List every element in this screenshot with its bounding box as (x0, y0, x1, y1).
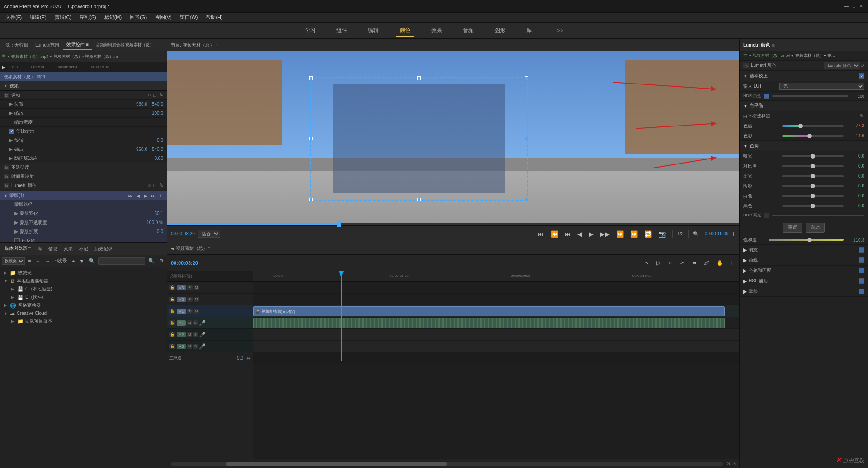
btn-loop[interactable]: 🔁 (642, 229, 654, 239)
menu-graphics[interactable]: 图形(G) (126, 13, 151, 22)
curves-checkbox[interactable] (859, 257, 864, 263)
mask-feather-value[interactable]: 50.1 (136, 211, 163, 216)
hsl-checkbox[interactable] (859, 278, 864, 284)
a3-mic[interactable]: 🎤 (199, 343, 206, 350)
nav-library[interactable]: 库 (523, 25, 535, 36)
tree-team-project[interactable]: ▶ 📁 团队项目版本 (0, 317, 167, 325)
lumetri-menu[interactable]: ≡ (772, 42, 774, 48)
timeline-timecode[interactable]: 00:00:03:20 (171, 260, 198, 266)
tool-select[interactable]: ↖ (643, 259, 651, 267)
v1-lock[interactable]: 🔒 (169, 309, 175, 314)
vignette-checkbox[interactable] (859, 289, 864, 294)
anchor-x[interactable]: 960.0 (136, 147, 147, 152)
preview-menu-icon[interactable]: ≡ (216, 42, 219, 47)
zoom-out[interactable]: S (727, 461, 730, 466)
motion-reset[interactable]: ○ (148, 92, 151, 98)
btn-next-edit[interactable]: ⏩ (628, 229, 640, 239)
curves-section[interactable]: ▶ 曲线 (740, 255, 868, 266)
a2-lock[interactable]: 🔒 (169, 332, 175, 337)
nav-edit[interactable]: 编辑 (364, 25, 382, 36)
reset-btn[interactable]: 重置 (783, 223, 802, 233)
hdr-slider[interactable] (772, 95, 848, 97)
effect-lumetri[interactable]: fx Lumetri 颜色 ○ □ ✎ (0, 181, 167, 190)
color-temp-slider[interactable] (782, 125, 844, 127)
media-tab-library[interactable]: 库 (35, 245, 45, 253)
tb-menu[interactable]: ≡ (27, 258, 32, 264)
color-tint-value[interactable]: -14.6 (846, 133, 864, 138)
tb-filter[interactable]: ▼ (78, 258, 86, 264)
media-tab-info[interactable]: 信息 (46, 245, 60, 253)
handle-bl[interactable] (309, 198, 313, 201)
highlights-slider[interactable] (782, 175, 844, 177)
nav-effects[interactable]: 效果 (428, 25, 446, 36)
blacks-slider[interactable] (782, 205, 844, 207)
tool-text[interactable]: T (729, 259, 736, 267)
btn-camera[interactable]: 📷 (656, 229, 668, 239)
menu-edit[interactable]: 编辑(E) (26, 13, 50, 22)
scale-value[interactable]: 100.0 (136, 111, 163, 116)
btn-play[interactable]: ▶ (587, 229, 595, 239)
menu-markers[interactable]: 标记(M) (101, 13, 126, 22)
lumetri-square[interactable]: □ (153, 183, 156, 188)
tb-search1[interactable]: 🔍 (87, 257, 96, 264)
lumetri-source-seq[interactable]: 视频素材（总）▾ 视… (795, 53, 835, 59)
master-value[interactable]: 0.0 (216, 356, 243, 360)
mask-prev[interactable]: ◀ (135, 193, 142, 198)
tab-audio-mixer[interactable]: 音频剪辑混合器:视频素材（总） (92, 41, 158, 49)
motion-options[interactable]: □ (153, 92, 156, 98)
zoom-in[interactable]: S (732, 461, 736, 466)
menu-view[interactable]: 视图(V) (151, 13, 175, 22)
menu-clip[interactable]: 剪辑(C) (51, 13, 75, 22)
preview-timecode[interactable]: 00:00:03:20 (171, 231, 195, 236)
tab-lumetri-scope[interactable]: Lumetri范围 (32, 41, 63, 49)
a1-lock[interactable]: 🔒 (169, 320, 175, 325)
close-btn[interactable]: ✕ (858, 3, 864, 9)
position-x[interactable]: 960.0 (136, 102, 147, 107)
nav-assembly[interactable]: 组件 (333, 25, 351, 36)
tb-ingest[interactable]: ⌂收录 (53, 257, 69, 265)
motion-pin[interactable]: ✎ (159, 92, 163, 98)
mask-expand[interactable]: ▼ (4, 193, 8, 198)
mask-expansion-value[interactable]: 0.0 (136, 229, 163, 234)
hdr-highlights-cb[interactable] (764, 213, 769, 218)
a1-mic[interactable]: 🎤 (199, 320, 206, 326)
tool-track-select[interactable]: ▷ (655, 259, 662, 267)
handle-rc[interactable] (525, 137, 528, 140)
source-clip[interactable]: ▾ 视频素材（总）.mp4 ▾ (8, 54, 52, 60)
creative-checkbox[interactable] (859, 247, 864, 253)
lumetri-pencil[interactable]: ✎ (159, 183, 163, 188)
rotation-expand[interactable]: ▶ (9, 137, 13, 143)
v2-lock[interactable]: 🔒 (169, 297, 175, 302)
a3-m[interactable]: M (187, 344, 192, 349)
mask-prev-end[interactable]: ⏮ (127, 193, 134, 198)
rotation-value[interactable]: 0.0 (136, 138, 163, 143)
v2-eye[interactable]: 👁 (187, 297, 193, 302)
saturation-handle[interactable] (807, 238, 812, 242)
a2-s[interactable]: S (193, 332, 198, 337)
anchor-expand[interactable]: ▶ (9, 146, 13, 152)
tb-add[interactable]: + (71, 258, 76, 264)
minimize-btn[interactable]: — (844, 3, 850, 9)
auto-btn[interactable]: 自动 (806, 223, 825, 233)
tool-ripple[interactable]: ↔ (666, 259, 675, 267)
a2-mic[interactable]: 🎤 (199, 332, 206, 338)
v3-eye[interactable]: 👁 (187, 285, 193, 290)
exposure-slider[interactable] (782, 155, 844, 157)
position-expand[interactable]: ▶ (9, 101, 13, 107)
hdr-highlights-slider[interactable] (772, 215, 864, 216)
color-temp-handle[interactable] (798, 124, 803, 128)
tree-drive-c[interactable]: ▶ 💾 C: (本地磁盘) (0, 285, 167, 293)
tool-pen[interactable]: 🖊 (702, 259, 711, 267)
exposure-value[interactable]: 0.0 (846, 154, 864, 159)
contrast-handle[interactable] (811, 164, 815, 168)
a1-clip[interactable] (253, 318, 725, 328)
uniform-scale-checkbox[interactable]: ✓ (9, 129, 14, 134)
wb-eyedropper[interactable]: ✎ (860, 113, 864, 119)
tb-settings[interactable]: ⚙ (158, 257, 165, 264)
effect-time-remap[interactable]: fx 时间重映射 (0, 172, 167, 181)
handle-br[interactable] (525, 198, 528, 201)
shadows-value[interactable]: 0.0 (846, 183, 864, 188)
lumetri-circle[interactable]: ○ (148, 183, 151, 188)
mask-next[interactable]: ▶ (142, 193, 149, 198)
handle-tr[interactable] (525, 76, 528, 80)
